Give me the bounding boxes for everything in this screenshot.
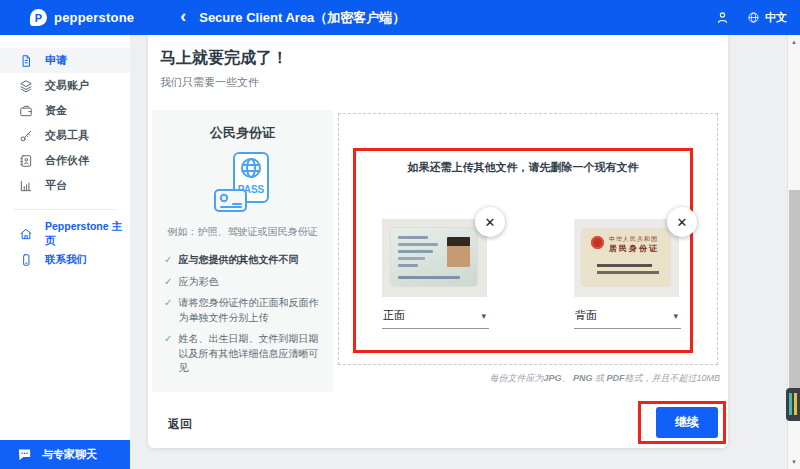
bar-chart-icon bbox=[19, 179, 33, 193]
annotation-rectangle-upload: 如果还需上传其他文件，请先删除一个现有文件 ✕ 正面 ▾ bbox=[353, 148, 693, 353]
phone-icon bbox=[19, 253, 33, 267]
remove-document-button[interactable]: ✕ bbox=[475, 207, 505, 237]
id-portrait bbox=[447, 237, 470, 267]
document-side-dropdown-front[interactable]: 正面 ▾ bbox=[382, 306, 489, 329]
sidebar-link-label: 联系我们 bbox=[45, 253, 87, 267]
sidebar: 申请 交易账户 资金 交易工具 bbox=[0, 35, 130, 469]
document-checklist: ✓ 应与您提供的其他文件不同 ✓ 应为彩色 ✓ 请将您身份证件的正面和反面作为单… bbox=[164, 253, 321, 376]
upload-limit-warning: 如果还需上传其他文件，请先删除一个现有文件 bbox=[356, 160, 690, 175]
checklist-item: ✓ 应为彩色 bbox=[164, 275, 321, 290]
file-format-note: 每份文件应为JPG、 PNG 或 PDF格式，并且不超过10MB bbox=[489, 372, 720, 385]
passport-id-icon: PASS bbox=[164, 152, 321, 216]
pepperstone-logo: P pepperstone bbox=[30, 9, 134, 26]
upload-dropzone: 如果还需上传其他文件，请先删除一个现有文件 ✕ 正面 ▾ bbox=[338, 113, 718, 365]
sidebar-item-label: 交易账户 bbox=[45, 78, 89, 93]
sidebar-item-label: 交易工具 bbox=[45, 128, 89, 143]
back-chevron-icon[interactable]: ‹ bbox=[180, 7, 186, 28]
sidebar-item-label: 合作伙伴 bbox=[45, 153, 89, 168]
dropdown-value: 正面 bbox=[383, 308, 405, 323]
scrollbar-thumb[interactable] bbox=[789, 190, 800, 420]
sidebar-item-trading-accounts[interactable]: 交易账户 bbox=[0, 73, 130, 98]
home-icon bbox=[19, 227, 33, 241]
document-type-heading: 公民身份证 bbox=[164, 124, 321, 142]
pepperstone-logo-text: pepperstone bbox=[54, 10, 134, 25]
checklist-item: ✓ 请将您身份证件的正面和反面作为单独文件分别上传 bbox=[164, 296, 321, 325]
page-header-title: Secure Client Area（加密客户端） bbox=[199, 9, 405, 27]
sidebar-item-platforms[interactable]: 平台 bbox=[0, 173, 130, 198]
document-type-panel: 公民身份证 PASS 例如：护照、驾驶证或国民身份证 ✓ 应与您提供的其他文件不… bbox=[152, 110, 333, 392]
wallet-icon bbox=[19, 104, 33, 118]
chat-bar-label: 与专家聊天 bbox=[42, 447, 97, 462]
sidebar-item-partners[interactable]: 合作伙伴 bbox=[0, 148, 130, 173]
page-title: 马上就要完成了！ bbox=[160, 48, 288, 69]
sidebar-item-label: 平台 bbox=[45, 178, 67, 193]
sidebar-item-funds[interactable]: 资金 bbox=[0, 98, 130, 123]
id-front-photo bbox=[382, 219, 487, 297]
document-example-text: 例如：护照、驾驶证或国民身份证 bbox=[164, 224, 321, 240]
user-icon[interactable] bbox=[715, 10, 730, 25]
dropdown-value: 背面 bbox=[575, 308, 597, 323]
check-icon: ✓ bbox=[164, 275, 172, 290]
language-selector[interactable]: 中文 bbox=[747, 10, 787, 25]
continue-button[interactable]: 继续 bbox=[656, 407, 718, 438]
sidebar-item-label: 申请 bbox=[45, 53, 67, 68]
check-icon: ✓ bbox=[164, 296, 172, 325]
sidebar-item-trading-tools[interactable]: 交易工具 bbox=[0, 123, 130, 148]
globe-icon bbox=[747, 11, 760, 24]
checklist-item: ✓ 姓名、出生日期、文件到期日期以及所有其他详细信息应清晰可见 bbox=[164, 332, 321, 376]
sidebar-link-label: Pepperstone 主页 bbox=[45, 220, 130, 248]
chat-bubble-icon bbox=[17, 447, 32, 462]
checklist-item: ✓ 应与您提供的其他文件不同 bbox=[164, 253, 321, 268]
back-button[interactable]: 返回 bbox=[168, 416, 192, 433]
sidebar-item-applications[interactable]: 申请 bbox=[0, 48, 130, 73]
chevron-down-icon: ▾ bbox=[673, 311, 678, 321]
uploaded-document-back: ✕ 中华人民共和国 居民身份证 背面 ▾ bbox=[574, 219, 682, 329]
scroll-up-arrow[interactable]: ▲ bbox=[788, 39, 800, 45]
sidebar-divider bbox=[14, 209, 116, 210]
chevron-down-icon: ▾ bbox=[481, 311, 486, 321]
app-header: P pepperstone ‹ Secure Client Area（加密客户端… bbox=[0, 0, 800, 35]
address-book-icon bbox=[19, 154, 33, 168]
national-emblem bbox=[591, 236, 604, 249]
id-back-photo: 中华人民共和国 居民身份证 bbox=[574, 219, 679, 297]
sidebar-link-contact-us[interactable]: 联系我们 bbox=[0, 247, 130, 273]
floating-widget[interactable] bbox=[786, 388, 800, 421]
sidebar-link-homepage[interactable]: Pepperstone 主页 bbox=[0, 221, 130, 247]
language-label: 中文 bbox=[765, 10, 787, 25]
sidebar-item-label: 资金 bbox=[45, 103, 67, 118]
sidebar-nav: 申请 交易账户 资金 交易工具 bbox=[0, 35, 130, 273]
header-actions: 中文 bbox=[715, 10, 787, 25]
layers-icon bbox=[19, 79, 33, 93]
chat-with-expert-button[interactable]: 与专家聊天 bbox=[0, 440, 130, 469]
check-icon: ✓ bbox=[164, 332, 172, 376]
document-side-dropdown-back[interactable]: 背面 ▾ bbox=[574, 306, 681, 329]
scroll-down-arrow[interactable]: ▼ bbox=[788, 459, 800, 465]
uploaded-document-front: ✕ 正面 ▾ bbox=[382, 219, 490, 329]
check-icon: ✓ bbox=[164, 253, 172, 268]
main-content-card: 马上就要完成了！ 我们只需要一些文件 公民身份证 PASS 例如：护照、驾驶证或… bbox=[148, 35, 728, 448]
pepperstone-logo-icon: P bbox=[30, 9, 47, 26]
key-icon bbox=[19, 129, 33, 143]
page-subtitle: 我们只需要一些文件 bbox=[160, 75, 259, 90]
remove-document-button[interactable]: ✕ bbox=[667, 207, 697, 237]
document-icon bbox=[19, 54, 33, 68]
